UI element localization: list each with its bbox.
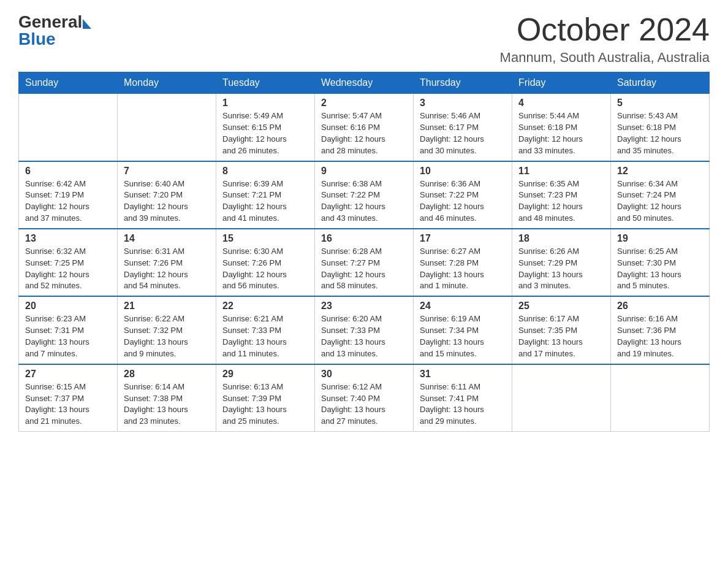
col-header-tuesday: Tuesday [216, 72, 315, 94]
cell-day-number: 26 [617, 301, 703, 312]
cell-info-text: Sunrise: 6:16 AM Sunset: 7:36 PM Dayligh… [617, 313, 703, 359]
cell-day-number: 2 [321, 98, 407, 109]
calendar-cell: 3Sunrise: 5:46 AM Sunset: 6:17 PM Daylig… [414, 94, 512, 161]
calendar-cell: 15Sunrise: 6:30 AM Sunset: 7:26 PM Dayli… [216, 229, 315, 296]
cell-day-number: 29 [222, 369, 308, 380]
calendar-cell: 1Sunrise: 5:49 AM Sunset: 6:15 PM Daylig… [216, 94, 315, 161]
logo-arrow-icon [83, 19, 91, 29]
cell-day-number: 27 [25, 369, 111, 380]
calendar-week-row: 27Sunrise: 6:15 AM Sunset: 7:37 PM Dayli… [19, 364, 710, 432]
calendar-cell: 16Sunrise: 6:28 AM Sunset: 7:27 PM Dayli… [315, 229, 414, 296]
col-header-saturday: Saturday [611, 72, 710, 94]
col-header-thursday: Thursday [414, 72, 512, 94]
cell-info-text: Sunrise: 6:20 AM Sunset: 7:33 PM Dayligh… [321, 313, 407, 359]
calendar-table: SundayMondayTuesdayWednesdayThursdayFrid… [18, 72, 710, 432]
cell-day-number: 14 [124, 233, 210, 244]
cell-info-text: Sunrise: 6:42 AM Sunset: 7:19 PM Dayligh… [25, 178, 111, 224]
calendar-cell [118, 94, 216, 161]
location-title: Mannum, South Australia, Australia [500, 50, 710, 66]
calendar-week-row: 6Sunrise: 6:42 AM Sunset: 7:19 PM Daylig… [19, 161, 710, 229]
calendar-cell [512, 364, 611, 432]
col-header-monday: Monday [118, 72, 216, 94]
calendar-cell: 7Sunrise: 6:40 AM Sunset: 7:20 PM Daylig… [118, 161, 216, 229]
calendar-week-row: 1Sunrise: 5:49 AM Sunset: 6:15 PM Daylig… [19, 94, 710, 161]
cell-day-number: 19 [617, 233, 703, 244]
cell-day-number: 5 [617, 98, 703, 109]
cell-info-text: Sunrise: 6:14 AM Sunset: 7:38 PM Dayligh… [124, 381, 210, 427]
calendar-cell: 6Sunrise: 6:42 AM Sunset: 7:19 PM Daylig… [19, 161, 118, 229]
cell-day-number: 22 [222, 301, 308, 312]
calendar-cell [19, 94, 118, 161]
calendar-cell: 29Sunrise: 6:13 AM Sunset: 7:39 PM Dayli… [216, 364, 315, 432]
calendar-cell: 14Sunrise: 6:31 AM Sunset: 7:26 PM Dayli… [118, 229, 216, 296]
col-header-wednesday: Wednesday [315, 72, 414, 94]
cell-day-number: 12 [617, 166, 703, 177]
cell-day-number: 16 [321, 233, 407, 244]
cell-day-number: 1 [222, 98, 308, 109]
calendar-cell: 20Sunrise: 6:23 AM Sunset: 7:31 PM Dayli… [19, 296, 118, 364]
calendar-cell: 28Sunrise: 6:14 AM Sunset: 7:38 PM Dayli… [118, 364, 216, 432]
cell-info-text: Sunrise: 6:40 AM Sunset: 7:20 PM Dayligh… [124, 178, 210, 224]
calendar-cell: 11Sunrise: 6:35 AM Sunset: 7:23 PM Dayli… [512, 161, 611, 229]
calendar-cell: 27Sunrise: 6:15 AM Sunset: 7:37 PM Dayli… [19, 364, 118, 432]
col-header-sunday: Sunday [19, 72, 118, 94]
calendar-cell: 5Sunrise: 5:43 AM Sunset: 6:18 PM Daylig… [611, 94, 710, 161]
calendar-cell [611, 364, 710, 432]
calendar-cell: 25Sunrise: 6:17 AM Sunset: 7:35 PM Dayli… [512, 296, 611, 364]
cell-day-number: 17 [420, 233, 506, 244]
cell-info-text: Sunrise: 6:22 AM Sunset: 7:32 PM Dayligh… [124, 313, 210, 359]
cell-day-number: 21 [124, 301, 210, 312]
calendar-cell: 2Sunrise: 5:47 AM Sunset: 6:16 PM Daylig… [315, 94, 414, 161]
cell-day-number: 20 [25, 301, 111, 312]
cell-day-number: 25 [518, 301, 604, 312]
calendar-cell: 4Sunrise: 5:44 AM Sunset: 6:18 PM Daylig… [512, 94, 611, 161]
cell-day-number: 8 [222, 166, 308, 177]
cell-info-text: Sunrise: 6:35 AM Sunset: 7:23 PM Dayligh… [518, 178, 604, 224]
cell-info-text: Sunrise: 6:23 AM Sunset: 7:31 PM Dayligh… [25, 313, 111, 359]
cell-info-text: Sunrise: 6:12 AM Sunset: 7:40 PM Dayligh… [321, 381, 407, 427]
calendar-cell: 26Sunrise: 6:16 AM Sunset: 7:36 PM Dayli… [611, 296, 710, 364]
calendar-cell: 10Sunrise: 6:36 AM Sunset: 7:22 PM Dayli… [414, 161, 512, 229]
cell-info-text: Sunrise: 6:15 AM Sunset: 7:37 PM Dayligh… [25, 381, 111, 427]
cell-info-text: Sunrise: 6:38 AM Sunset: 7:22 PM Dayligh… [321, 178, 407, 224]
calendar-week-row: 20Sunrise: 6:23 AM Sunset: 7:31 PM Dayli… [19, 296, 710, 364]
cell-info-text: Sunrise: 6:30 AM Sunset: 7:26 PM Dayligh… [222, 246, 308, 292]
calendar-cell: 8Sunrise: 6:39 AM Sunset: 7:21 PM Daylig… [216, 161, 315, 229]
calendar-cell: 19Sunrise: 6:25 AM Sunset: 7:30 PM Dayli… [611, 229, 710, 296]
cell-day-number: 24 [420, 301, 506, 312]
cell-info-text: Sunrise: 6:31 AM Sunset: 7:26 PM Dayligh… [124, 246, 210, 292]
cell-info-text: Sunrise: 5:49 AM Sunset: 6:15 PM Dayligh… [222, 110, 308, 156]
cell-info-text: Sunrise: 6:26 AM Sunset: 7:29 PM Dayligh… [518, 246, 604, 292]
cell-day-number: 9 [321, 166, 407, 177]
logo-blue-text: Blue [18, 29, 56, 49]
cell-info-text: Sunrise: 6:19 AM Sunset: 7:34 PM Dayligh… [420, 313, 506, 359]
cell-day-number: 6 [25, 166, 111, 177]
calendar-header-row: SundayMondayTuesdayWednesdayThursdayFrid… [19, 72, 710, 94]
logo[interactable]: General Blue [18, 12, 91, 49]
cell-day-number: 28 [124, 369, 210, 380]
cell-day-number: 3 [420, 98, 506, 109]
cell-day-number: 18 [518, 233, 604, 244]
calendar-cell: 22Sunrise: 6:21 AM Sunset: 7:33 PM Dayli… [216, 296, 315, 364]
calendar-cell: 13Sunrise: 6:32 AM Sunset: 7:25 PM Dayli… [19, 229, 118, 296]
cell-info-text: Sunrise: 6:39 AM Sunset: 7:21 PM Dayligh… [222, 178, 308, 224]
cell-info-text: Sunrise: 6:11 AM Sunset: 7:41 PM Dayligh… [420, 381, 506, 427]
cell-info-text: Sunrise: 5:46 AM Sunset: 6:17 PM Dayligh… [420, 110, 506, 156]
calendar-cell: 31Sunrise: 6:11 AM Sunset: 7:41 PM Dayli… [414, 364, 512, 432]
cell-day-number: 4 [518, 98, 604, 109]
calendar-cell: 23Sunrise: 6:20 AM Sunset: 7:33 PM Dayli… [315, 296, 414, 364]
cell-day-number: 15 [222, 233, 308, 244]
calendar-cell: 12Sunrise: 6:34 AM Sunset: 7:24 PM Dayli… [611, 161, 710, 229]
cell-day-number: 10 [420, 166, 506, 177]
calendar-cell: 30Sunrise: 6:12 AM Sunset: 7:40 PM Dayli… [315, 364, 414, 432]
calendar-week-row: 13Sunrise: 6:32 AM Sunset: 7:25 PM Dayli… [19, 229, 710, 296]
cell-day-number: 13 [25, 233, 111, 244]
cell-info-text: Sunrise: 6:17 AM Sunset: 7:35 PM Dayligh… [518, 313, 604, 359]
cell-info-text: Sunrise: 6:21 AM Sunset: 7:33 PM Dayligh… [222, 313, 308, 359]
cell-info-text: Sunrise: 6:32 AM Sunset: 7:25 PM Dayligh… [25, 246, 111, 292]
calendar-cell: 24Sunrise: 6:19 AM Sunset: 7:34 PM Dayli… [414, 296, 512, 364]
calendar-cell: 21Sunrise: 6:22 AM Sunset: 7:32 PM Dayli… [118, 296, 216, 364]
cell-info-text: Sunrise: 6:34 AM Sunset: 7:24 PM Dayligh… [617, 178, 703, 224]
cell-info-text: Sunrise: 6:28 AM Sunset: 7:27 PM Dayligh… [321, 246, 407, 292]
header: General Blue October 2024 Mannum, South … [18, 12, 710, 66]
